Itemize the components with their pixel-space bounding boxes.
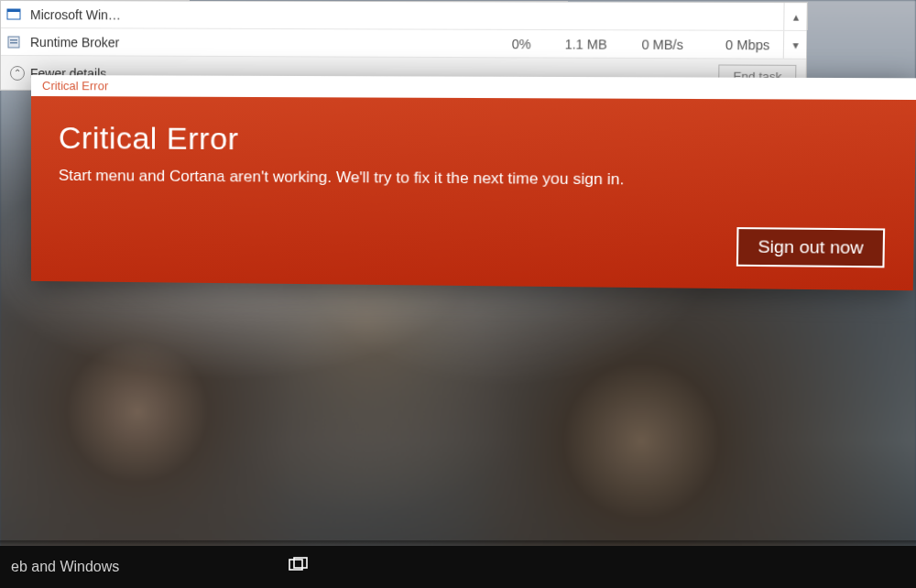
dialog-actions: Sign out now (59, 222, 885, 268)
search-input-placeholder[interactable]: eb and Windows (0, 559, 119, 575)
dialog-message: Start menu and Cortana aren't working. W… (59, 167, 886, 191)
window-icon (1, 6, 27, 21)
dialog-body: Critical Error Start menu and Cortana ar… (31, 96, 916, 290)
task-view-button[interactable] (275, 546, 322, 588)
chevron-up-icon: ⌃ (10, 65, 25, 80)
svg-rect-4 (10, 41, 17, 43)
sign-out-button[interactable]: Sign out now (736, 227, 885, 267)
scroll-up-icon[interactable]: ▴ (783, 3, 807, 30)
process-name: Runtime Broker (27, 35, 478, 51)
svg-rect-1 (7, 9, 20, 12)
svg-rect-3 (10, 38, 17, 40)
scroll-down-icon[interactable]: ▾ (783, 31, 807, 59)
taskbar[interactable]: eb and Windows (0, 546, 916, 588)
memory-value: 1.1 MB (544, 37, 620, 52)
table-row[interactable]: Microsoft Win… ▴ (1, 1, 807, 31)
process-icon (1, 34, 27, 49)
task-view-icon (289, 557, 309, 577)
table-row[interactable]: Runtime Broker 0% 1.1 MB 0 MB/s 0 Mbps ▾ (1, 28, 806, 60)
process-name: Microsoft Win… (27, 7, 478, 24)
network-value: 0 Mbps (696, 37, 783, 52)
critical-error-dialog: Critical Error Critical Error Start menu… (31, 75, 916, 290)
cpu-value: 0% (478, 36, 544, 51)
disk-value: 0 MB/s (620, 37, 697, 52)
dialog-heading: Critical Error (59, 120, 887, 161)
